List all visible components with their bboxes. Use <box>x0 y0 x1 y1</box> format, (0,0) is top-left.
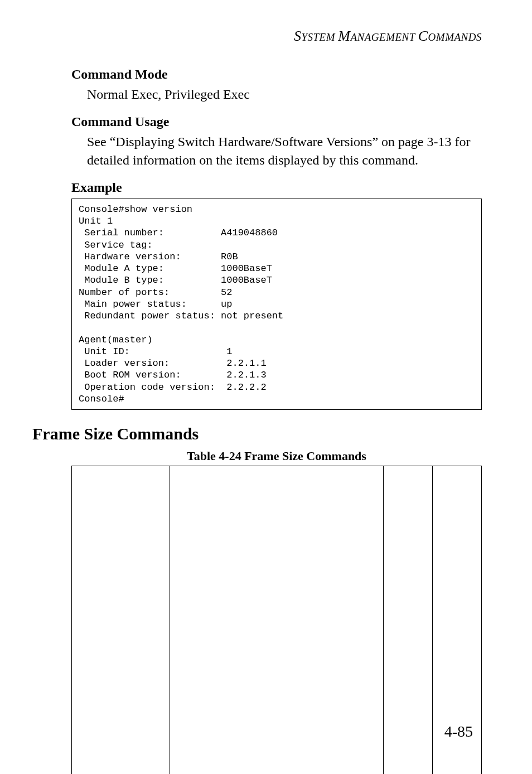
rh-anagement: ANAGEMENT <box>350 31 418 43</box>
console-line: Operation code version: 2.2.2.2 <box>79 382 267 393</box>
page: SYSTEM MANAGEMENT COMMANDS Command Mode … <box>0 0 532 774</box>
table-header-row: Command Function Mode Page <box>72 466 482 774</box>
console-line: Console#show version <box>79 204 192 215</box>
rh-ommands: OMMANDS <box>428 31 482 43</box>
console-line: Module A type: 1000BaseT <box>79 263 272 274</box>
table-caption: Table 4-24 Frame Size Commands <box>71 449 482 463</box>
console-line: Unit 1 <box>79 216 113 226</box>
heading-example: Example <box>71 180 482 195</box>
console-line: Module B type: 1000BaseT <box>79 275 272 286</box>
text-normal-exec: Normal Exec, Privileged Exec <box>87 85 482 104</box>
th-function: Function <box>170 466 383 774</box>
text-command-usage: See “Displaying Switch Hardware/Software… <box>87 133 482 170</box>
heading-command-mode: Command Mode <box>71 67 482 82</box>
running-header: SYSTEM MANAGEMENT COMMANDS <box>71 28 482 45</box>
console-line: Redundant power status: not present <box>79 311 283 321</box>
console-line: Serial number: A419048860 <box>79 228 278 238</box>
console-line: Boot ROM version: 2.2.1.3 <box>79 370 267 380</box>
console-line: Unit ID: 1 <box>79 346 232 357</box>
heading-command-usage: Command Usage <box>71 114 482 129</box>
rh-c: C <box>418 28 428 44</box>
th-command: Command <box>72 466 170 774</box>
page-number: 4-85 <box>444 723 473 741</box>
console-output-box: Console#show version Unit 1 Serial numbe… <box>71 199 482 410</box>
console-line: Service tag: <box>79 240 153 250</box>
console-line: Main power status: up <box>79 299 232 309</box>
console-line: Hardware version: R0B <box>79 251 238 262</box>
rh-s: S <box>294 28 302 44</box>
console-line: Loader version: 2.2.1.1 <box>79 358 267 369</box>
console-line: Agent(master) <box>79 335 153 345</box>
console-line: Console# <box>79 394 124 404</box>
th-mode: Mode <box>383 466 432 774</box>
console-line: Number of ports: 52 <box>79 287 232 298</box>
heading-frame-size-commands: Frame Size Commands <box>32 424 482 443</box>
rh-m: M <box>338 28 350 44</box>
rh-ystem: YSTEM <box>301 31 338 43</box>
frame-size-table: Command Function Mode Page jumbo frame E… <box>71 466 482 774</box>
